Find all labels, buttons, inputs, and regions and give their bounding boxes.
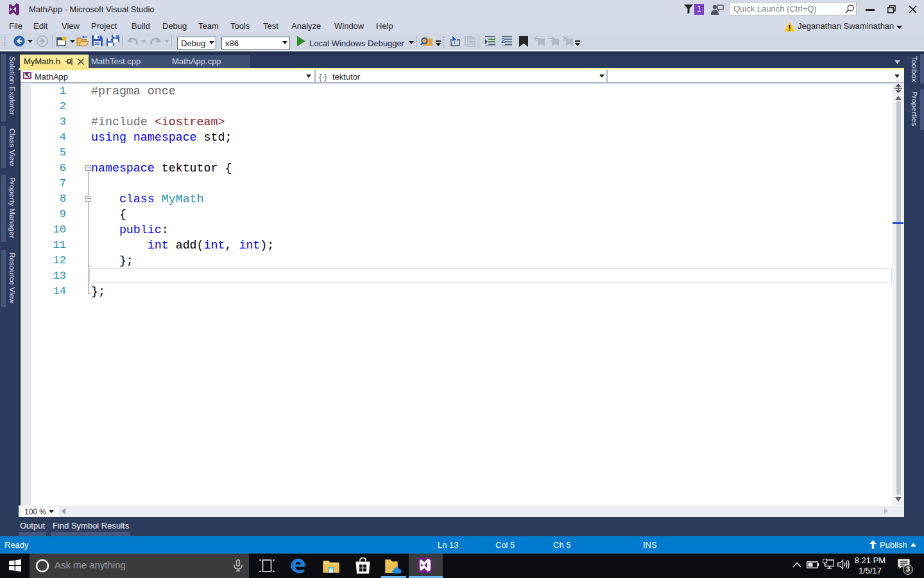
svg-text:2: 2 xyxy=(501,37,505,44)
